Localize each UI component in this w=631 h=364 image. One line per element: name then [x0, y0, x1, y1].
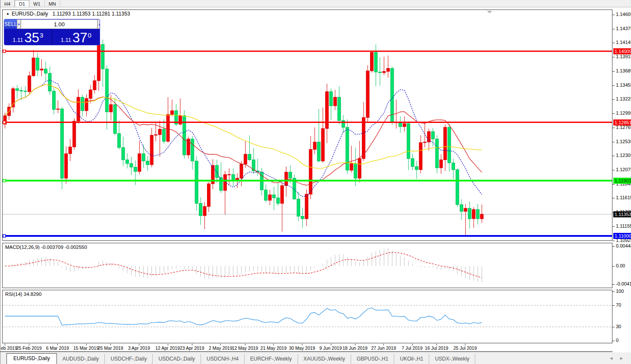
tab-scroll-right-icon[interactable]: ►: [619, 356, 624, 361]
sell-price-sup: 3: [40, 31, 43, 39]
time-axis[interactable]: 15 Feb 201925 Feb 20196 Mar 201915 Mar 2…: [0, 344, 612, 352]
chart-title: ▲EURUSD-,Daily1.11293 1.11353 1.11281 1.…: [6, 11, 130, 17]
axis-tick: [612, 241, 615, 241]
chart-tab-usdcad-daily[interactable]: USDCAD-,Daily: [153, 354, 201, 364]
rsi-tick-label: 0: [616, 338, 618, 343]
sell-price-big: 35: [25, 31, 39, 44]
axis-tick: [612, 99, 615, 100]
date-label: 27 Jun 2019: [371, 345, 396, 351]
panel-collapse-icon[interactable]: ▲: [6, 12, 9, 16]
chart-shift-marker-icon[interactable]: [487, 11, 492, 13]
rsi-tick-label: 100: [616, 289, 624, 294]
toolbar-timeframe-mn[interactable]: MN: [45, 0, 60, 7]
buy-price-big: 37: [72, 31, 87, 44]
price-tick-label: 1.12765: [616, 125, 631, 130]
rsi-label: RSI(14) 34.8290: [5, 292, 41, 297]
price-tick-label: 1.11615: [616, 195, 631, 200]
date-label: 25 Feb 2019: [16, 345, 42, 351]
rsi-tick-label: 70: [616, 302, 621, 308]
axis-tick: [612, 15, 615, 15]
macd-tick-label: -0.0041: [616, 281, 631, 286]
rsi-canvas: [3, 290, 612, 343]
chart-tab-eurchf-weekly[interactable]: EURCHF-,Weekly: [245, 354, 298, 364]
price-tick-label: 1.12305: [616, 153, 631, 158]
axis-tick: [612, 113, 615, 114]
macd-tick-label: 0.004484: [616, 243, 631, 248]
chart-tab-usdx-weekly[interactable]: USDX-,Weekly: [429, 354, 475, 364]
price-tag-1.11000: 1.11000: [613, 233, 631, 239]
price-tick-label: 1.13225: [616, 96, 631, 101]
chart-tab-gbpusd-h1[interactable]: GBPUSD-,H1: [351, 354, 394, 364]
trading-terminal-window: H4D1W1MN ▲EURUSD-,Daily1.11293 1.11353 1…: [0, 0, 631, 364]
date-label: 15 Mar 2019: [73, 345, 99, 351]
price-tick-label: 1.13915: [616, 54, 631, 59]
chart-tab-bar: EURUSD-,DailyAUDUSD-,DailyUSDCHF-,DailyU…: [0, 352, 631, 364]
date-label: 3 Apr 2019: [128, 345, 150, 351]
sell-price-button[interactable]: 1.11353: [4, 29, 53, 45]
axis-tick: [612, 266, 615, 267]
price-tick-label: 1.14145: [616, 40, 631, 45]
chevron-up-icon: ▲: [98, 23, 100, 26]
ma-20-line: [5, 85, 482, 185]
price-tag-1.12851: 1.12851: [613, 119, 631, 126]
ma-50-line: [5, 85, 482, 168]
timeframe-toolbar: H4D1W1MN: [0, 0, 631, 7]
macd-indicator-panel[interactable]: MACD(12,26,9) -0.003709 -0.002550: [2, 243, 612, 288]
tab-scroll-left-icon[interactable]: ◄: [609, 356, 613, 361]
date-label: 21 May 2019: [261, 345, 287, 351]
price-tick-label: 1.14375: [616, 26, 631, 31]
axis-tick: [612, 29, 615, 29]
axis-tick: [612, 341, 615, 341]
axis-tick: [612, 128, 615, 128]
rsi-tick-label: 30: [616, 324, 621, 329]
chart-tab-usdchf-daily[interactable]: USDCHF-,Daily: [105, 354, 153, 364]
rsi-line: [5, 308, 482, 325]
sell-price-prefix: 1.11: [13, 37, 23, 43]
date-label: 7 Jul 2019: [402, 345, 422, 351]
one-click-trade-panel: SELL ▼ ▲ BUY 1.11353 1.11370: [4, 19, 100, 45]
macd-label: MACD(12,26,9) -0.003709 -0.002550: [5, 245, 87, 250]
chart-tab-eurusd-daily[interactable]: EURUSD-,Daily: [6, 353, 57, 364]
buy-price-button[interactable]: 1.11370: [53, 29, 100, 45]
price-tick-label: 1.14605: [616, 12, 631, 17]
axis-tick: [612, 71, 615, 72]
volume-increase-button[interactable]: ▲: [97, 19, 100, 29]
symbol-period-label: EURUSD-,Daily: [12, 11, 48, 17]
axis-tick: [612, 156, 615, 156]
toolbar-timeframe-d1[interactable]: D1: [15, 0, 29, 7]
toolbar-timeframe-h4[interactable]: H4: [0, 0, 15, 7]
axis-tick: [612, 184, 615, 185]
chart-tab-audusd-daily[interactable]: AUDUSD-,Daily: [57, 354, 105, 364]
sell-button[interactable]: SELL: [4, 19, 17, 29]
chart-tab-ukoil-h1[interactable]: UKOil-,H1: [394, 354, 429, 364]
date-label: 15 Feb 2019: [0, 345, 17, 351]
date-label: 25 Jul 2019: [453, 345, 477, 351]
rsi-indicator-panel[interactable]: RSI(14) 34.8290: [2, 290, 612, 343]
toolbar-timeframe-w1[interactable]: W1: [29, 0, 45, 7]
chart-tab-usdcnh-h4[interactable]: USDCNH-,H4: [201, 354, 245, 364]
date-label: 12 May 2019: [232, 345, 258, 351]
price-tick-label: 1.12995: [616, 110, 631, 116]
axis-tick: [612, 226, 615, 227]
price-tick-label: 1.12075: [616, 167, 631, 172]
volume-input[interactable]: [21, 19, 97, 29]
price-tick-label: 1.12535: [616, 139, 631, 144]
macd-tick-label: 0.00: [616, 263, 625, 268]
date-label: 12 Apr 2019: [155, 345, 180, 351]
macd-signal-line: [5, 252, 482, 277]
price-tick-label: 1.11155: [616, 223, 631, 229]
volume-decrease-button[interactable]: ▼: [17, 19, 21, 29]
date-label: 30 May 2019: [289, 345, 315, 351]
date-label: 6 Mar 2019: [46, 345, 69, 351]
chart-tab-xauusd-weekly[interactable]: XAUUSD-,Weekly: [298, 354, 351, 364]
buy-price-sup: 0: [88, 31, 91, 39]
price-axis[interactable]: 1.146051.143751.141451.139151.136851.134…: [612, 7, 631, 352]
axis-tick: [612, 57, 615, 57]
date-label: 16 Jul 2019: [425, 345, 448, 351]
axis-tick: [612, 284, 615, 285]
axis-tick: [612, 142, 615, 142]
price-tag-1.11901: 1.11901: [613, 178, 631, 184]
ohlc-values: 1.11293 1.11353 1.11281 1.11353: [53, 11, 130, 17]
date-label: 18 Jun 2019: [342, 345, 367, 351]
axis-tick: [612, 246, 615, 247]
